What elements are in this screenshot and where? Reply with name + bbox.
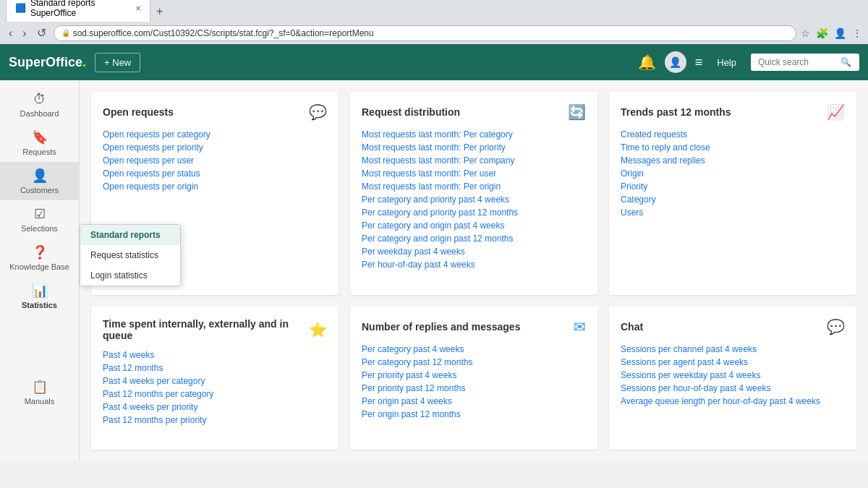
link-open-requests-status[interactable]: Open requests per status [103, 168, 327, 179]
link-chat-3[interactable]: Sessions per hour-of-day past 4 weeks [621, 383, 845, 393]
sidebar-item-selections[interactable]: ☑ Selections [0, 200, 79, 239]
card-time-spent: Time spent internally, externally and in… [91, 307, 339, 450]
link-rd-7[interactable]: Per category and origin past 4 weeks [362, 221, 586, 231]
search-box[interactable]: 🔍 [751, 53, 859, 71]
link-open-requests-user[interactable]: Open requests per user [103, 155, 327, 166]
trends-icon: 📈 [827, 103, 845, 121]
sidebar-item-dashboard[interactable]: ⏱ Dashboard [0, 86, 79, 124]
link-trends-1[interactable]: Time to reply and close [621, 142, 845, 153]
card-title: Time spent internally, externally and in… [103, 318, 309, 341]
address-bar-row: ‹ › ↺ 🔒 sod.superoffice.com/Cust10392/CS… [0, 22, 868, 44]
profile-icon[interactable]: 👤 [834, 27, 846, 39]
link-rd-1[interactable]: Most requests last month: Per priority [362, 142, 586, 153]
link-rm-5[interactable]: Per origin past 12 months [362, 409, 586, 419]
url-text: sod.superoffice.com/Cust10392/CS/scripts… [73, 28, 374, 38]
app: SuperOffice. + New 🔔 👤 ≡ Help 🔍 ⏱ Dashbo… [0, 44, 868, 461]
link-trends-4[interactable]: Priority [621, 181, 845, 192]
link-rd-8[interactable]: Per category and origin past 12 months [362, 234, 586, 244]
search-input[interactable] [758, 57, 838, 67]
link-chat-1[interactable]: Sessions per agent past 4 weeks [621, 357, 845, 367]
new-button-label: + New [104, 57, 131, 68]
extension-icon[interactable]: 🧩 [816, 27, 828, 39]
link-rd-6[interactable]: Per category and priority past 12 months [362, 207, 586, 218]
reload-button[interactable]: ↺ [34, 25, 49, 41]
link-rm-1[interactable]: Per category past 12 months [362, 357, 586, 367]
link-trends-2[interactable]: Messages and replies [621, 155, 845, 166]
link-chat-4[interactable]: Average queue length per hour-of-day pas… [621, 396, 845, 406]
replies-icon: ✉ [574, 318, 586, 335]
avatar[interactable]: 👤 [665, 51, 686, 73]
link-chat-0[interactable]: Sessions per channel past 4 weeks [621, 344, 845, 354]
link-rd-0[interactable]: Most requests last month: Per category [362, 129, 586, 140]
link-ts-5[interactable]: Past 12 months per priority [103, 415, 327, 425]
link-rd-10[interactable]: Per hour-of-day past 4 weeks [362, 260, 586, 270]
menu-icon[interactable]: ⋮ [852, 27, 862, 39]
chat-icon: 💬 [827, 318, 845, 335]
logo-text: SuperOffice. [9, 55, 86, 70]
app-logo: SuperOffice. [9, 55, 86, 70]
back-button[interactable]: ‹ [6, 25, 15, 41]
link-rm-4[interactable]: Per origin past 4 weeks [362, 396, 586, 406]
search-icon: 🔍 [841, 57, 851, 67]
nav-icons: 🔔 👤 ≡ Help 🔍 [638, 51, 859, 73]
card-title: Trends past 12 months [621, 106, 731, 118]
link-rd-2[interactable]: Most requests last month: Per company [362, 155, 586, 166]
link-rm-3[interactable]: Per priority past 12 months [362, 383, 586, 393]
bookmark-icon[interactable]: ☆ [801, 27, 810, 39]
sidebar-item-customers[interactable]: 👤 Customers [0, 162, 79, 200]
link-open-requests-origin[interactable]: Open requests per origin [103, 181, 327, 192]
card-trends: Trends past 12 months 📈 Created requests… [609, 92, 856, 295]
link-trends-6[interactable]: Users [621, 207, 845, 218]
link-ts-1[interactable]: Past 12 months [103, 363, 327, 373]
new-button[interactable]: + New [95, 53, 140, 72]
link-trends-0[interactable]: Created requests [621, 129, 845, 140]
tab-close-btn[interactable]: ✕ [135, 4, 141, 12]
link-ts-4[interactable]: Past 4 weeks per priority [103, 402, 327, 412]
dropdown-item-request-statistics[interactable]: Request statistics [80, 245, 180, 265]
requests-icon: 🔖 [32, 129, 48, 145]
link-rd-4[interactable]: Most requests last month: Per origin [362, 181, 586, 192]
notifications-icon[interactable]: 🔔 [638, 53, 656, 71]
link-ts-3[interactable]: Past 12 months per category [103, 389, 327, 399]
selections-icon: ☑ [34, 206, 46, 222]
help-button[interactable]: Help [711, 56, 742, 69]
content-area: Open requests 💬 Open requests per catego… [80, 80, 868, 461]
sidebar-item-requests[interactable]: 🔖 Requests [0, 124, 79, 162]
card-title: Open requests [103, 106, 174, 118]
link-open-requests-priority[interactable]: Open requests per priority [103, 142, 327, 153]
forward-button[interactable]: › [20, 25, 29, 41]
active-tab[interactable]: 🟦 Standard reports SuperOffice ✕ [6, 0, 150, 22]
link-rd-5[interactable]: Per category and priority past 4 weeks [362, 194, 586, 205]
sidebar-item-knowledge-base[interactable]: ❓ Knowledge Base [0, 239, 79, 277]
sidebar-item-statistics[interactable]: 📊 Statistics [0, 277, 79, 315]
toolbar-icons: ☆ 🧩 👤 ⋮ [801, 27, 862, 39]
sidebar-item-manuals[interactable]: 📋 Manuals [0, 373, 79, 411]
card-title: Chat [621, 321, 643, 333]
link-trends-3[interactable]: Origin [621, 168, 845, 179]
sidebar-item-label: Dashboard [20, 109, 59, 118]
link-trends-5[interactable]: Category [621, 194, 845, 205]
link-open-requests-category[interactable]: Open requests per category [103, 129, 327, 140]
sidebar-item-label: Statistics [22, 301, 57, 309]
dropdown-item-login-statistics[interactable]: Login statistics [80, 265, 180, 286]
link-rd-3[interactable]: Most requests last month: Per user [362, 168, 586, 179]
link-rm-0[interactable]: Per category past 4 weeks [362, 344, 586, 354]
link-ts-2[interactable]: Past 4 weeks per category [103, 376, 327, 386]
card-header: Time spent internally, externally and in… [103, 318, 327, 341]
link-ts-0[interactable]: Past 4 weeks [103, 350, 327, 360]
card-header: Number of replies and messages ✉ [362, 318, 586, 335]
card-title: Request distribution [362, 106, 460, 118]
link-rd-9[interactable]: Per weekday past 4 weeks [362, 247, 586, 257]
sidebar-item-label: Selections [21, 224, 58, 233]
link-rm-2[interactable]: Per priority past 4 weeks [362, 370, 586, 380]
card-title: Number of replies and messages [362, 321, 520, 333]
menu-dots-icon[interactable]: ≡ [695, 55, 703, 70]
new-tab-button[interactable]: + [150, 1, 169, 22]
address-bar[interactable]: 🔒 sod.superoffice.com/Cust10392/CS/scrip… [54, 25, 796, 41]
dropdown-item-standard-reports[interactable]: Standard reports [80, 225, 180, 245]
ssl-icon: 🔒 [61, 29, 70, 37]
dashboard-icon: ⏱ [33, 92, 46, 107]
statistics-icon: 📊 [32, 283, 48, 299]
tab-title: Standard reports SuperOffice [30, 0, 131, 18]
link-chat-2[interactable]: Sessions per weekday past 4 weeks [621, 370, 845, 380]
